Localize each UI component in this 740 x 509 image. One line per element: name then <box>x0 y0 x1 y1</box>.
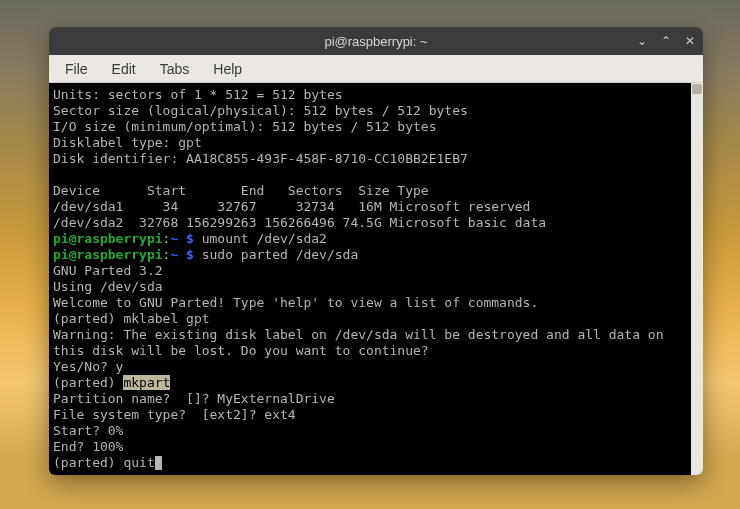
window-controls: ⌄ ⌃ ✕ <box>635 27 697 55</box>
output-line: GNU Parted 3.2 <box>53 263 163 278</box>
output-line: /dev/sda1 34 32767 32734 16M Microsoft r… <box>53 199 530 214</box>
output-line: Start? 0% <box>53 423 123 438</box>
prompt-dollar: $ <box>178 231 201 246</box>
output-line: Disklabel type: gpt <box>53 135 202 150</box>
menu-edit[interactable]: Edit <box>102 58 146 80</box>
output-header: Device Start End Sectors Size Type <box>53 183 429 198</box>
output-line: Welcome to GNU Parted! Type 'help' to vi… <box>53 295 538 310</box>
selected-text: mkpart <box>123 375 170 390</box>
command: sudo parted /dev/sda <box>202 247 359 262</box>
output-line: Using /dev/sda <box>53 279 163 294</box>
command: umount /dev/sda2 <box>202 231 327 246</box>
output-line: (parted) mklabel gpt <box>53 311 210 326</box>
output-line: File system type? [ext2]? ext4 <box>53 407 296 422</box>
scrollbar[interactable] <box>691 83 703 475</box>
menu-tabs[interactable]: Tabs <box>150 58 200 80</box>
terminal-area: Units: sectors of 1 * 512 = 512 bytes Se… <box>49 83 703 475</box>
output-line: this disk will be lost. Do you want to c… <box>53 343 429 358</box>
minimize-icon[interactable]: ⌄ <box>635 34 649 48</box>
output-line: (parted) quit <box>53 455 155 470</box>
menu-file[interactable]: File <box>55 58 98 80</box>
terminal-window: pi@raspberrypi: ~ ⌄ ⌃ ✕ File Edit Tabs H… <box>49 27 703 475</box>
output-line: End? 100% <box>53 439 123 454</box>
scrollbar-thumb[interactable] <box>692 84 702 94</box>
maximize-icon[interactable]: ⌃ <box>659 34 673 48</box>
prompt-user: pi@raspberrypi <box>53 231 163 246</box>
menubar: File Edit Tabs Help <box>49 55 703 83</box>
menu-help[interactable]: Help <box>203 58 252 80</box>
prompt-dollar: $ <box>178 247 201 262</box>
prompt-user: pi@raspberrypi <box>53 247 163 262</box>
output-line: Sector size (logical/physical): 512 byte… <box>53 103 468 118</box>
output-line: Units: sectors of 1 * 512 = 512 bytes <box>53 87 343 102</box>
close-icon[interactable]: ✕ <box>683 34 697 48</box>
window-title: pi@raspberrypi: ~ <box>324 34 427 49</box>
output-line: Yes/No? y <box>53 359 123 374</box>
output-line: I/O size (minimum/optimal): 512 bytes / … <box>53 119 437 134</box>
terminal[interactable]: Units: sectors of 1 * 512 = 512 bytes Se… <box>49 83 703 475</box>
titlebar[interactable]: pi@raspberrypi: ~ ⌄ ⌃ ✕ <box>49 27 703 55</box>
terminal-cursor <box>155 456 162 470</box>
output-line: Warning: The existing disk label on /dev… <box>53 327 663 342</box>
parted-prompt: (parted) <box>53 375 123 390</box>
output-line: Partition name? []? MyExternalDrive <box>53 391 335 406</box>
output-line: Disk identifier: AA18C855-493F-458F-8710… <box>53 151 468 166</box>
output-line: /dev/sda2 32768 156299263 156266496 74.5… <box>53 215 546 230</box>
